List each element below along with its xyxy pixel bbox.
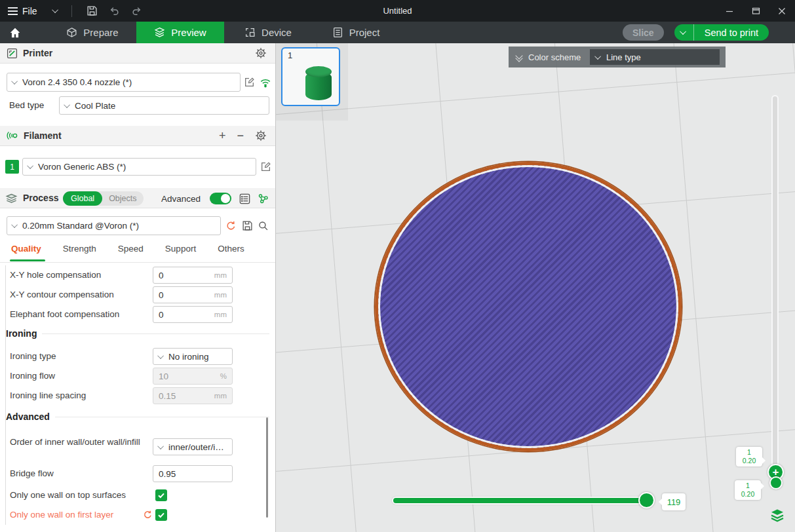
tab-device[interactable]: Device xyxy=(224,22,312,43)
param-unit: mm xyxy=(214,291,227,299)
home-button[interactable] xyxy=(0,22,30,43)
slice-button[interactable]: Slice xyxy=(623,24,664,41)
clipboard-list-icon xyxy=(332,27,343,38)
reset-value-button[interactable] xyxy=(143,510,153,520)
tab-others[interactable]: Others xyxy=(216,244,246,260)
view-options-overlay: Color scheme Line type xyxy=(509,47,726,67)
redo-button[interactable] xyxy=(126,2,148,20)
param-row: Only one wall on top surfaces xyxy=(10,487,269,504)
process-preset-value: 0.20mm Standard @Voron (*) xyxy=(22,221,139,231)
layers-icon xyxy=(154,27,165,38)
filament-index-badge[interactable]: 1 xyxy=(5,160,19,174)
printer-settings-button[interactable] xyxy=(255,47,267,59)
main-nav-bar: Prepare Preview Device Project Slice Sen… xyxy=(0,22,795,43)
param-value: 0 xyxy=(159,290,214,300)
send-options-chevron[interactable] xyxy=(674,24,694,41)
sidebar-scrollbar[interactable] xyxy=(266,417,268,518)
process-preset-select[interactable]: 0.20mm Standard @Voron (*) xyxy=(7,216,221,235)
close-button[interactable] xyxy=(769,0,795,22)
filament-section-title: Filament xyxy=(24,130,62,141)
remove-filament-button[interactable]: − xyxy=(237,130,244,142)
tune-icon xyxy=(258,193,269,204)
tooltip-layer: 1 xyxy=(736,448,762,457)
wifi-icon[interactable] xyxy=(260,77,271,91)
ironing-type-select[interactable]: No ironing xyxy=(153,348,233,365)
xy-contour-compensation-input[interactable]: 0 mm xyxy=(153,286,233,303)
layer-slider-bottom-handle[interactable] xyxy=(769,476,783,489)
save-icon xyxy=(242,220,253,231)
process-scope-toggle[interactable]: Global Objects xyxy=(63,191,144,206)
one-wall-top-checkbox[interactable] xyxy=(155,489,167,501)
plate-thumbnail[interactable]: 1 xyxy=(281,47,340,106)
printer-preset-select[interactable]: Voron 2.4 350 0.4 nozzle (*) xyxy=(7,73,241,92)
gear-icon xyxy=(255,47,267,59)
chevron-down-icon xyxy=(11,221,18,228)
tab-prepare-label: Prepare xyxy=(83,27,118,38)
tooltip-height: 0.20 xyxy=(736,457,762,465)
edit-icon xyxy=(244,77,255,88)
undo-icon xyxy=(109,5,120,16)
maximize-button[interactable] xyxy=(743,0,769,22)
line-type-select[interactable]: Line type xyxy=(590,49,720,65)
file-menu-button[interactable]: File xyxy=(8,6,58,16)
move-slider-track[interactable] xyxy=(392,497,654,504)
advanced-toggle[interactable] xyxy=(210,193,231,204)
chevron-down-icon xyxy=(157,352,164,359)
param-unit: mm xyxy=(214,271,227,279)
bridge-flow-input[interactable]: 0.95 xyxy=(153,465,233,482)
param-label: Bridge flow xyxy=(10,465,54,482)
scope-global-pill[interactable]: Global xyxy=(63,191,102,206)
filament-preset-select[interactable]: Voron Generic ABS (*) xyxy=(22,158,256,176)
send-to-print-button[interactable]: Send to print xyxy=(674,24,769,41)
settings-sidebar: Printer Voron 2.4 350 0.4 nozzle (*) Bed… xyxy=(0,43,276,532)
tab-device-label: Device xyxy=(262,27,292,38)
tab-prepare[interactable]: Prepare xyxy=(48,22,136,43)
param-row: Ironing line spacing 0.15 mm xyxy=(10,387,269,404)
cube-icon xyxy=(66,27,77,38)
param-unit: mm xyxy=(214,392,227,400)
minimize-button[interactable] xyxy=(716,0,743,22)
tooltip-layer: 1 xyxy=(735,482,761,490)
add-filament-button[interactable]: + xyxy=(219,130,226,142)
section-divider xyxy=(42,333,269,334)
tab-quality[interactable]: Quality xyxy=(10,244,43,260)
filament-settings-button[interactable] xyxy=(255,130,267,142)
param-label: Only one wall on top surfaces xyxy=(10,487,126,504)
tab-strength[interactable]: Strength xyxy=(62,244,98,260)
param-row: Only one wall on first layer xyxy=(10,506,269,523)
move-slider-handle[interactable] xyxy=(638,492,655,508)
toolbar-divider xyxy=(71,5,72,17)
tab-support[interactable]: Support xyxy=(164,244,197,260)
bed-type-label: Bed type xyxy=(9,100,44,110)
settings-list-button[interactable] xyxy=(239,193,251,205)
one-wall-first-checkbox[interactable] xyxy=(155,509,167,521)
xy-hole-compensation-input[interactable]: 0 mm xyxy=(153,267,233,284)
param-unit: mm xyxy=(214,311,227,318)
reset-icon xyxy=(225,220,237,231)
save-button[interactable] xyxy=(81,2,104,20)
tune-parameters-button[interactable] xyxy=(258,193,269,204)
param-value: 0.95 xyxy=(159,469,232,479)
search-preset-button[interactable] xyxy=(258,220,269,231)
tab-preview[interactable]: Preview xyxy=(136,22,224,43)
undo-button[interactable] xyxy=(104,2,126,20)
sliced-layer-object[interactable] xyxy=(375,162,682,451)
bed-type-select[interactable]: Cool Plate xyxy=(59,96,269,115)
edit-filament-button[interactable] xyxy=(260,161,271,172)
send-to-print-label: Send to print xyxy=(694,24,769,41)
layers-panel-button[interactable] xyxy=(769,506,786,523)
file-menu-label: File xyxy=(22,6,37,16)
save-preset-button[interactable] xyxy=(242,220,253,231)
scope-objects-pill[interactable]: Objects xyxy=(102,194,143,203)
param-label: Only one wall on first layer xyxy=(10,506,113,523)
reset-preset-button[interactable] xyxy=(225,220,237,231)
param-label: Order of inner wall/outer wall/infill xyxy=(10,435,144,447)
wall-order-select[interactable]: inner/outer/i… xyxy=(153,438,233,455)
collapse-double-chevron-icon[interactable] xyxy=(516,53,522,61)
layer-slider-track[interactable] xyxy=(771,95,779,488)
quality-parameters-panel: X-Y hole compensation 0 mm X-Y contour c… xyxy=(0,263,275,532)
edit-printer-button[interactable] xyxy=(244,77,255,88)
elephant-foot-compensation-input[interactable]: 0 mm xyxy=(153,306,233,323)
tab-project[interactable]: Project xyxy=(312,22,400,43)
tab-speed[interactable]: Speed xyxy=(117,244,145,260)
